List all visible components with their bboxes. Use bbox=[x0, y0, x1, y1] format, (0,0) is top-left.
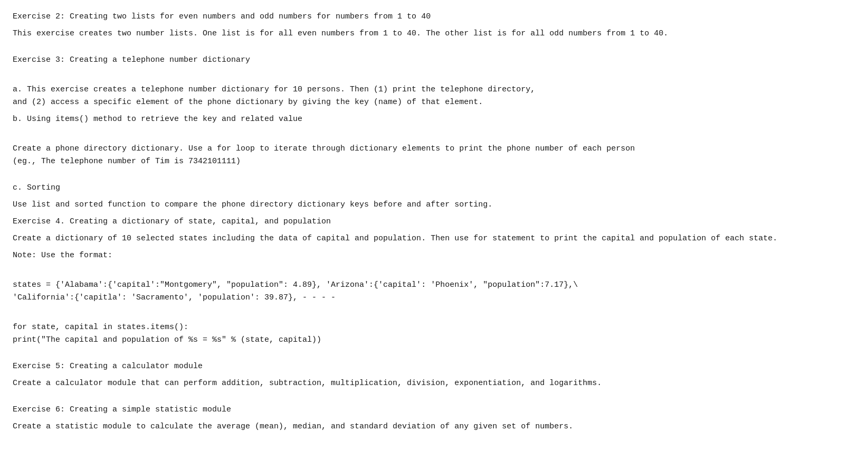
exercise2-description: This exercise creates two number lists. … bbox=[13, 27, 855, 40]
exercise4-description: Create a dictionary of 10 selected state… bbox=[13, 232, 855, 245]
exercise2-title: Exercise 2: Creating two lists for even … bbox=[13, 11, 855, 23]
exercise3-part-b-body: Create a phone directory dictionary. Use… bbox=[13, 130, 855, 168]
exercise4-code-block-2: for state, capital in states.items(): pr… bbox=[13, 308, 855, 347]
exercise3-part-b-title: b. Using items() method to retrieve the … bbox=[13, 113, 855, 126]
spacer-4 bbox=[13, 394, 855, 404]
spacer-3 bbox=[13, 351, 855, 360]
exercise5-title: Exercise 5: Creating a calculator module bbox=[13, 360, 855, 373]
exercise3-title: Exercise 3: Creating a telephone number … bbox=[13, 54, 855, 67]
exercise6-description: Create a statistic module to calculate t… bbox=[13, 420, 855, 433]
exercise5-description: Create a calculator module that can perf… bbox=[13, 377, 855, 390]
exercise3-part-c-body: Use list and sorted function to compare … bbox=[13, 199, 855, 211]
spacer-2 bbox=[13, 172, 855, 182]
spacer-1 bbox=[13, 44, 855, 54]
exercise4-title: Exercise 4. Creating a dictionary of sta… bbox=[13, 216, 855, 228]
exercise3-part-c-title: c. Sorting bbox=[13, 182, 855, 194]
page-content: Exercise 2: Creating two lists for even … bbox=[13, 11, 855, 433]
exercise6-title: Exercise 6: Creating a simple statistic … bbox=[13, 404, 855, 416]
exercise4-note: Note: Use the format: bbox=[13, 249, 855, 262]
exercise3-part-a: a. This exercise creates a telephone num… bbox=[13, 71, 855, 109]
exercise4-code-block: states = {'Alabama':{'capital':"Montgome… bbox=[13, 266, 855, 304]
